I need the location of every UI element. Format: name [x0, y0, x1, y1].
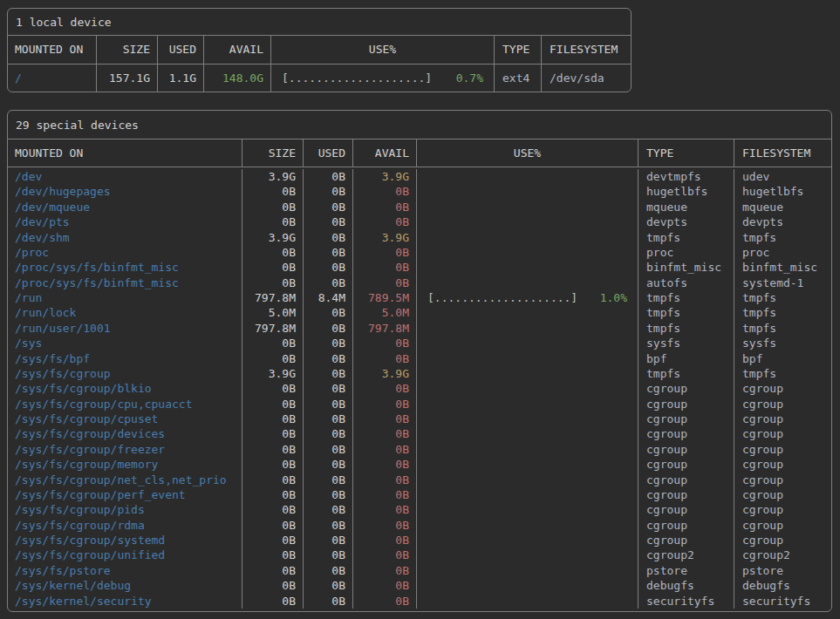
usage-cell	[417, 214, 639, 229]
mount-cell: /sys/fs/cgroup	[8, 366, 242, 381]
used-cell: 0B	[304, 594, 353, 609]
used-cell: 0B	[304, 366, 353, 381]
filesystem-cell: cgroup	[734, 426, 831, 441]
mount-cell: /sys/fs/bpf	[8, 351, 242, 366]
terminal-screen: { "colors": { "background": "#2b2b2b", "…	[0, 0, 840, 619]
type-cell: cgroup	[639, 457, 734, 472]
avail-cell: 797.8M	[353, 321, 417, 336]
table-row: /dev/pts0B0B0Bdevptsdevpts	[8, 214, 831, 229]
used-cell: 0B	[304, 518, 353, 533]
usage-cell	[417, 502, 639, 517]
usage-cell	[417, 230, 639, 245]
type-cell: ext4	[495, 65, 542, 92]
mount-cell: /sys/kernel/debug	[8, 578, 242, 593]
mount-cell: /sys/fs/cgroup/rdma	[8, 518, 242, 533]
type-cell: cgroup	[639, 397, 734, 412]
mount-cell: /sys/fs/cgroup/freezer	[8, 442, 242, 457]
filesystem-cell: cgroup	[734, 502, 831, 517]
type-cell: tmpfs	[639, 290, 734, 305]
filesystem-cell: systemd-1	[734, 275, 831, 290]
used-cell: 0B	[304, 184, 353, 199]
mount-cell: /proc	[8, 245, 242, 260]
table-row: /sys0B0B0Bsysfssysfs	[8, 336, 831, 350]
filesystem-cell: /dev/sda	[542, 65, 631, 92]
size-cell: 0B	[242, 518, 304, 533]
size-cell: 0B	[242, 381, 304, 396]
table-row: /run797.8M8.4M789.5M[...................…	[8, 290, 831, 305]
filesystem-cell: tmpfs	[734, 230, 831, 245]
table-row: /sys/fs/cgroup/net_cls,net_prio0B0B0Bcgr…	[8, 473, 831, 487]
mount-cell: /run	[8, 290, 242, 305]
usage-percent: 1.0%	[600, 290, 627, 305]
table-row: /dev3.9G0B3.9Gdevtmpfsudev	[8, 169, 831, 184]
usage-cell	[417, 594, 639, 609]
avail-cell: 0B	[353, 275, 417, 290]
type-cell: cgroup	[639, 426, 734, 441]
filesystem-cell: tmpfs	[734, 290, 831, 305]
filesystem-cell: tmpfs	[734, 305, 831, 320]
size-cell: 0B	[242, 426, 304, 441]
table-row: /sys/fs/cgroup/systemd0B0B0Bcgroupcgroup	[8, 533, 831, 548]
size-cell: 157.1G	[97, 65, 158, 92]
type-cell: cgroup2	[639, 548, 734, 562]
used-cell: 0B	[304, 245, 353, 260]
size-cell: 0B	[242, 336, 304, 350]
avail-cell: 148.0G	[204, 65, 271, 92]
avail-cell: 0B	[353, 442, 417, 457]
usage-cell	[417, 518, 639, 533]
table-row: /proc/sys/fs/binfmt_misc0B0B0Bautofssyst…	[8, 275, 831, 290]
filesystem-cell: cgroup	[734, 381, 831, 396]
size-cell: 0B	[242, 351, 304, 366]
special-devices-title: 29 special devices	[8, 111, 831, 139]
type-cell: hugetlbfs	[639, 184, 734, 199]
used-cell: 0B	[304, 457, 353, 472]
type-cell: tmpfs	[639, 366, 734, 381]
avail-cell: 0B	[353, 473, 417, 487]
size-cell: 0B	[242, 473, 304, 487]
type-cell: pstore	[639, 563, 734, 578]
avail-cell: 0B	[353, 594, 417, 609]
usage-cell: [....................]0.7%	[271, 65, 495, 92]
usage-cell	[417, 260, 639, 275]
size-cell: 797.8M	[242, 290, 304, 305]
table-row: /sys/fs/cgroup/cpu,cpuacct0B0B0Bcgroupcg…	[8, 397, 831, 412]
mount-cell: /sys/fs/cgroup/blkio	[8, 381, 242, 396]
mount-cell: /sys/fs/cgroup/cpu,cpuacct	[8, 397, 242, 412]
filesystem-cell: cgroup	[734, 457, 831, 472]
type-cell: cgroup	[639, 502, 734, 517]
header-avail: AVAIL	[204, 36, 271, 64]
type-cell: cgroup	[639, 473, 734, 487]
type-cell: cgroup	[639, 533, 734, 548]
size-cell: 5.0M	[242, 305, 304, 320]
type-cell: cgroup	[639, 487, 734, 502]
filesystem-cell: cgroup	[734, 518, 831, 533]
usage-cell: [....................]1.0%	[417, 290, 639, 305]
filesystem-cell: cgroup	[734, 397, 831, 412]
table-row: /dev/hugepages0B0B0Bhugetlbfshugetlbfs	[8, 184, 831, 199]
avail-cell: 0B	[353, 260, 417, 275]
filesystem-cell: mqueue	[734, 200, 831, 214]
size-cell: 0B	[242, 457, 304, 472]
type-cell: cgroup	[639, 518, 734, 533]
type-cell: proc	[639, 245, 734, 260]
usage-percent: 0.7%	[456, 65, 483, 92]
used-cell: 0B	[304, 169, 353, 184]
mount-cell: /proc/sys/fs/binfmt_misc	[8, 275, 242, 290]
used-cell: 0B	[304, 336, 353, 350]
avail-cell: 3.9G	[353, 366, 417, 381]
avail-cell: 0B	[353, 336, 417, 350]
table-row: /sys/fs/cgroup3.9G0B3.9Gtmpfstmpfs	[8, 366, 831, 381]
mount-cell: /dev	[8, 169, 242, 184]
table-row: /sys/fs/cgroup/unified0B0B0Bcgroup2cgrou…	[8, 548, 831, 562]
avail-cell: 0B	[353, 457, 417, 472]
used-cell: 0B	[304, 563, 353, 578]
filesystem-cell: cgroup	[734, 412, 831, 426]
usage-cell	[417, 275, 639, 290]
table-row: /sys/fs/pstore0B0B0Bpstorepstore	[8, 563, 831, 578]
header-used: USED	[158, 36, 204, 64]
filesystem-cell: debugfs	[734, 578, 831, 593]
type-cell: sysfs	[639, 336, 734, 350]
type-cell: cgroup	[639, 442, 734, 457]
size-cell: 3.9G	[242, 366, 304, 381]
header-type: TYPE	[639, 139, 734, 167]
